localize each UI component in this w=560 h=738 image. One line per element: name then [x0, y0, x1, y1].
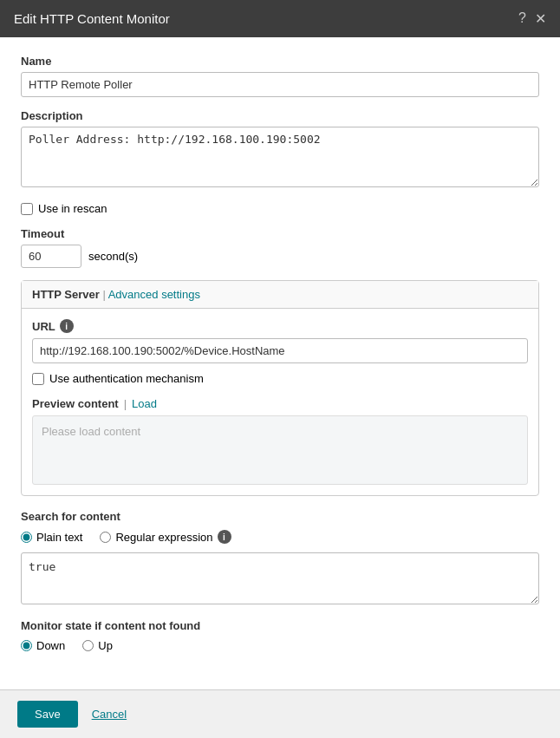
- search-input[interactable]: true: [21, 552, 539, 604]
- http-server-title: HTTP Server: [32, 288, 100, 301]
- url-label-text: URL: [32, 320, 55, 333]
- timeout-unit: second(s): [88, 250, 138, 263]
- timeout-row: second(s): [21, 245, 539, 268]
- search-radio-row: Plain text Regular expression i: [21, 530, 539, 544]
- header-icons: ? ✕: [518, 10, 546, 27]
- up-radio[interactable]: [82, 640, 94, 651]
- search-section-title: Search for content: [21, 510, 539, 523]
- name-label: Name: [21, 55, 539, 68]
- name-group: Name: [21, 55, 539, 97]
- preview-content-area: Please load content: [32, 415, 528, 485]
- description-input[interactable]: Poller Address: http://192.168.100.190:5…: [21, 127, 539, 187]
- load-link[interactable]: Load: [132, 397, 157, 410]
- use-in-rescan-label: Use in rescan: [38, 202, 107, 215]
- preview-label-text: Preview content: [32, 397, 119, 410]
- help-icon[interactable]: ?: [518, 10, 526, 27]
- dialog-header: Edit HTTP Content Monitor ? ✕: [0, 0, 560, 37]
- description-group: Description Poller Address: http://192.1…: [21, 109, 539, 190]
- use-in-rescan-row: Use in rescan: [21, 202, 539, 215]
- edit-http-content-monitor-dialog: Edit HTTP Content Monitor ? ✕ Name Descr…: [0, 0, 560, 738]
- dialog-title: Edit HTTP Content Monitor: [14, 11, 170, 26]
- plain-text-radio[interactable]: [21, 532, 32, 543]
- up-option: Up: [82, 639, 113, 652]
- description-label: Description: [21, 109, 539, 122]
- monitor-state-radio-row: Down Up: [21, 639, 539, 652]
- cancel-button[interactable]: Cancel: [92, 708, 127, 721]
- down-radio[interactable]: [21, 640, 32, 651]
- regex-radio[interactable]: [100, 532, 111, 543]
- search-group: Search for content Plain text Regular ex…: [21, 510, 539, 607]
- dialog-body: Name Description Poller Address: http://…: [0, 37, 560, 689]
- http-server-body: URL i Use authentication mechanism Previ…: [22, 309, 538, 495]
- down-label: Down: [36, 639, 65, 652]
- use-auth-label: Use authentication mechanism: [49, 372, 204, 385]
- preview-header: Preview content | Load: [32, 397, 528, 410]
- use-auth-checkbox[interactable]: [32, 373, 44, 385]
- up-label: Up: [98, 639, 113, 652]
- down-option: Down: [21, 639, 65, 652]
- timeout-group: Timeout second(s): [21, 227, 539, 268]
- regex-label: Regular expression: [115, 531, 212, 544]
- plain-text-label: Plain text: [36, 531, 82, 544]
- url-info-icon[interactable]: i: [60, 319, 74, 333]
- regex-info-icon[interactable]: i: [218, 530, 231, 544]
- http-server-section: HTTP Server | Advanced settings URL i Us…: [21, 280, 539, 496]
- regex-option: Regular expression i: [100, 530, 231, 544]
- url-label-row: URL i: [32, 319, 528, 333]
- timeout-input[interactable]: [21, 245, 81, 268]
- save-button[interactable]: Save: [17, 701, 78, 728]
- pipe-separator-2: |: [124, 397, 127, 410]
- close-icon[interactable]: ✕: [535, 10, 546, 27]
- http-server-section-header: HTTP Server | Advanced settings: [22, 281, 538, 309]
- plain-text-option: Plain text: [21, 531, 82, 544]
- monitor-state-group: Monitor state if content not found Down …: [21, 619, 539, 652]
- url-input[interactable]: [32, 338, 528, 363]
- timeout-label: Timeout: [21, 227, 539, 240]
- name-input[interactable]: [21, 72, 539, 97]
- advanced-settings-link[interactable]: Advanced settings: [108, 288, 200, 301]
- dialog-footer: Save Cancel: [0, 689, 560, 738]
- use-in-rescan-checkbox[interactable]: [21, 203, 33, 215]
- monitor-state-title: Monitor state if content not found: [21, 619, 539, 632]
- use-auth-row: Use authentication mechanism: [32, 372, 528, 385]
